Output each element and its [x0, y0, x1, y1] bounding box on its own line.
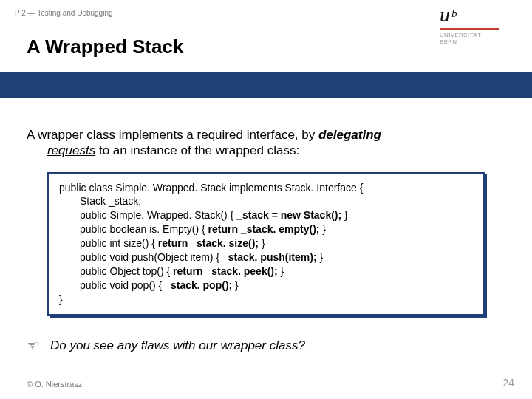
code-line: public int size() { return _stack. size(… [80, 236, 473, 250]
page-number: 24 [502, 377, 514, 389]
code-line: public Simple. Wrapped. Stack() { _stack… [80, 208, 473, 222]
copyright: © O. Nierstrasz [27, 380, 82, 389]
code-line: public boolean is. Empty() { return _sta… [80, 222, 473, 236]
code-seg: public Simple. Wrapped. Stack() { [80, 209, 236, 221]
code-line: public void push(Object item) { _stack. … [80, 250, 473, 265]
code-seg: public void push(Object item) { [80, 251, 222, 263]
code-seg: } [319, 251, 323, 263]
logo-bar [440, 28, 499, 30]
para-text-2b: to an instance of the wrapped class: [95, 143, 299, 157]
code-line: public class Simple. Wrapped. Stack impl… [59, 181, 473, 195]
code-line: } [59, 293, 473, 307]
code-seg: } [344, 209, 348, 221]
code-seg: public void pop() { [80, 279, 165, 291]
code-bold: return _stack. size(); [158, 237, 262, 249]
logo-bern-text: BERN [440, 38, 510, 45]
code-seg: } [322, 223, 326, 235]
logo-university-text: UNIVERSITÄT [440, 32, 510, 38]
intro-paragraph: A wrapper class implements a required in… [27, 127, 505, 159]
logo-u-glyph: u [440, 3, 450, 26]
code-seg: } [262, 237, 265, 249]
code-seg: public Object top() { [80, 265, 173, 277]
title-box: A Wrapped Stack [0, 28, 414, 69]
code-bold: _stack. pop(); [165, 279, 235, 291]
code-bold: _stack. push(item); [222, 251, 319, 263]
university-logo: ub UNIVERSITÄT BERN [440, 4, 510, 45]
breadcrumb: P 2 — Testing and Debugging [15, 9, 113, 17]
body: A wrapper class implements a required in… [27, 127, 505, 316]
code-seg: public int size() { [80, 237, 158, 249]
para-delegating: delegating [318, 128, 381, 142]
logo-b-glyph: b [451, 7, 457, 19]
pointing-hand-icon: ☞ [27, 337, 40, 355]
question-row: ☞ Do you see any flaws with our wrapper … [27, 337, 305, 355]
question-text: Do you see any flaws with our wrapper cl… [50, 338, 305, 353]
code-seg: } [235, 279, 239, 291]
code-bold: _stack = new Stack(); [236, 209, 344, 221]
code-seg: } [281, 265, 284, 277]
code-line: public void pop() { _stack. pop(); } [80, 279, 473, 293]
code-bold: return _stack. peek(); [173, 265, 281, 277]
header-band [0, 72, 532, 98]
para-text-1a: A wrapper class implements a required in… [27, 128, 318, 142]
code-bold: return _stack. empty(); [208, 223, 323, 235]
code-line: public Object top() { return _stack. pee… [80, 265, 473, 279]
code-line: Stack _stack; [80, 194, 473, 208]
slide: P 2 — Testing and Debugging ub UNIVERSIT… [0, 0, 532, 399]
code-box: public class Simple. Wrapped. Stack impl… [47, 172, 485, 316]
para-requests: requests [47, 143, 95, 157]
page-title: A Wrapped Stack [27, 35, 414, 58]
code-seg: public boolean is. Empty() { [80, 223, 208, 235]
